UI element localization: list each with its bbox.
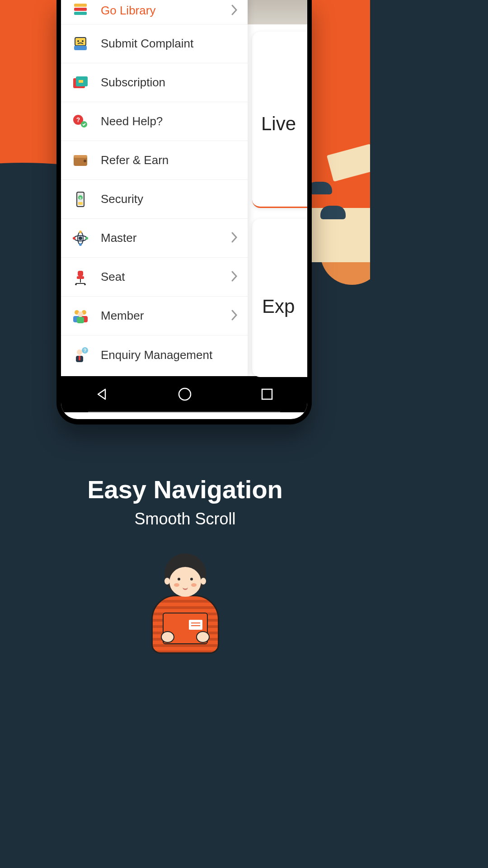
svg-point-44 [179, 388, 191, 400]
svg-rect-1 [74, 8, 87, 11]
chevron-right-icon [230, 231, 238, 245]
svg-point-4 [77, 40, 79, 42]
svg-rect-28 [77, 276, 84, 279]
sidebar-item-master[interactable]: Master [61, 219, 248, 258]
sidebar-item-member[interactable]: Member [61, 297, 248, 335]
back-icon[interactable] [95, 387, 109, 403]
subscription-icon [71, 73, 90, 92]
chevron-right-icon [230, 4, 238, 18]
member-icon [71, 307, 90, 326]
sidebar-item-label: Enquiry Management [101, 348, 238, 362]
books-icon [71, 1, 90, 20]
svg-point-24 [73, 237, 75, 240]
chevron-right-icon [230, 309, 238, 323]
svg-rect-19 [78, 202, 83, 205]
svg-rect-27 [78, 271, 83, 276]
sidebar-item-label: Security [101, 192, 238, 206]
svg-point-22 [79, 231, 82, 233]
svg-rect-0 [74, 12, 87, 15]
svg-text:?: ? [84, 348, 86, 353]
sidebar-item-need-help[interactable]: ? Need Help? [61, 102, 248, 141]
wallet-icon [71, 151, 90, 170]
svg-point-31 [75, 283, 77, 285]
sidebar-item-label: Master [101, 231, 230, 245]
svg-rect-2 [74, 4, 87, 7]
master-icon [71, 229, 90, 248]
sidebar-item-subscription[interactable]: Subscription [61, 63, 248, 102]
help-icon: ? [71, 112, 90, 131]
sidebar-item-label: Need Help? [101, 114, 238, 128]
svg-rect-41 [79, 356, 80, 360]
svg-rect-6 [74, 46, 87, 50]
svg-point-35 [78, 311, 83, 317]
svg-rect-9 [79, 80, 83, 83]
chevron-right-icon [230, 270, 238, 284]
reader-illustration [307, 81, 370, 285]
svg-point-25 [85, 237, 88, 240]
android-nav-bar [61, 376, 307, 412]
sidebar-item-seat[interactable]: Seat [61, 258, 248, 297]
student-illustration [136, 552, 235, 658]
promo-subtitle: Smooth Scroll [0, 509, 370, 528]
sidebar-item-refer-earn[interactable]: Refer & Earn [61, 141, 248, 180]
svg-point-15 [84, 160, 86, 162]
content-behind: Live Exp [248, 0, 307, 376]
svg-text:?: ? [76, 116, 80, 123]
svg-rect-3 [75, 38, 86, 46]
security-icon: $ [71, 190, 90, 209]
card-live[interactable]: Live [252, 32, 307, 208]
sidebar-item-label: Member [101, 309, 230, 323]
sidebar-item-label: Submit Complaint [101, 37, 238, 51]
svg-rect-38 [77, 317, 84, 323]
svg-rect-45 [262, 389, 272, 399]
seat-icon [71, 268, 90, 287]
card-exp[interactable]: Exp [252, 219, 307, 377]
complaint-icon [71, 34, 90, 53]
promo-title: Easy Navigation [0, 475, 370, 504]
svg-rect-14 [74, 155, 87, 158]
navigation-drawer: Go Library Submit Complaint Subscription [61, 0, 248, 376]
sidebar-item-go-library[interactable]: Go Library [61, 0, 248, 24]
sidebar-item-security[interactable]: $ Security [61, 180, 248, 219]
svg-point-23 [79, 243, 82, 246]
svg-point-5 [82, 40, 84, 42]
svg-text:$: $ [80, 196, 82, 200]
sidebar-item-label: Refer & Earn [101, 153, 238, 167]
svg-point-32 [84, 283, 86, 285]
sidebar-item-label: Subscription [101, 75, 238, 90]
svg-point-26 [79, 236, 82, 240]
phone-frame: Live Exp Go Library [56, 0, 312, 425]
sidebar-item-enquiry-management[interactable]: ? Enquiry Management [61, 335, 248, 374]
svg-point-39 [77, 349, 82, 355]
recent-icon[interactable] [261, 388, 273, 402]
enquiry-icon: ? [71, 345, 90, 364]
card-label: Exp [262, 296, 295, 317]
home-icon[interactable] [177, 387, 192, 404]
sidebar-item-submit-complaint[interactable]: Submit Complaint [61, 24, 248, 63]
sidebar-item-label: Go Library [101, 4, 230, 18]
sidebar-item-label: Seat [101, 270, 230, 284]
card-label: Live [261, 113, 296, 135]
